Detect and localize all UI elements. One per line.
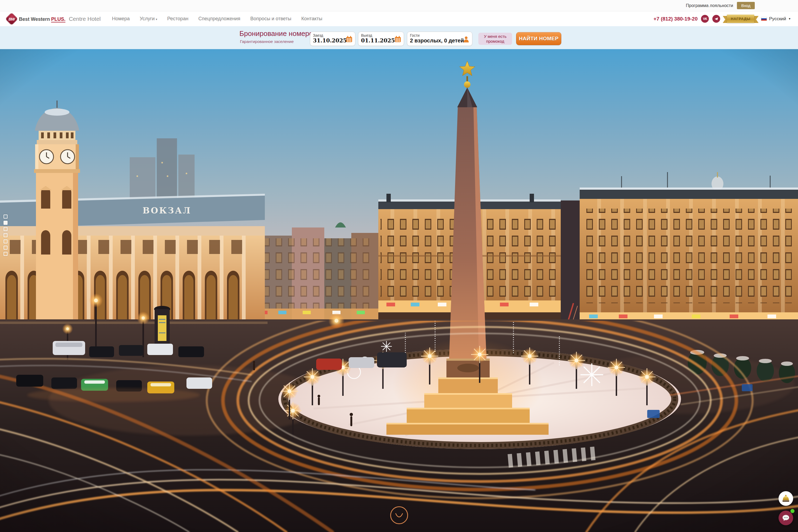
slide-dot-6[interactable] (3, 246, 7, 250)
telegram-icon[interactable] (712, 15, 720, 23)
checkout-date-field[interactable]: Выезд 01.11.2025 (358, 32, 404, 46)
speech-bubble-icon (782, 514, 790, 522)
find-room-button[interactable]: НАЙТИ НОМЕР (516, 32, 561, 45)
loyalty-program-link[interactable]: Программа лояльности (686, 3, 733, 8)
chat-button[interactable] (779, 511, 793, 525)
booking-subtitle: Гарантированное заселение (240, 39, 294, 44)
slide-dot-5[interactable] (3, 240, 7, 244)
language-selector[interactable]: Русский ▼ (761, 16, 791, 22)
slide-dot-4[interactable] (3, 233, 7, 237)
promo-code-button[interactable]: У меня есть промокод (478, 33, 512, 45)
bw-diamond-icon: BW (5, 12, 18, 25)
chevron-down-icon: ▾ (156, 18, 157, 21)
nav-faq[interactable]: Вопросы и ответы (250, 16, 291, 22)
hero-slider-nav (3, 214, 7, 256)
top-bar: Программа лояльности Вход (0, 0, 798, 11)
slide-dot-7[interactable] (3, 252, 7, 256)
booking-bar: Бронирование номеров Гарантированное зас… (0, 26, 798, 49)
header-right: +7 (812) 380-19-20 VK НАГРАДЫ Русский ▼ (653, 15, 791, 23)
nav-offers[interactable]: Спецпредложения (198, 16, 240, 22)
nav-contacts[interactable]: Контакты (301, 16, 322, 22)
guests-label: Гости (410, 34, 469, 37)
nav-rooms[interactable]: Номера (112, 16, 130, 22)
person-icon (463, 36, 470, 43)
slide-dot-1[interactable] (3, 214, 7, 218)
logo-plus: PLUS. (51, 17, 65, 22)
logo-text: Best Western PLUS. Centre Hotel (19, 16, 101, 22)
vk-icon[interactable]: VK (701, 15, 709, 23)
login-button[interactable]: Вход (737, 2, 755, 9)
russia-flag-icon (761, 17, 767, 21)
checkin-date-field[interactable]: Заезд 31.10.2025 (310, 32, 355, 46)
awards-badge[interactable]: НАГРАДЫ (727, 15, 754, 23)
booking-title: Бронирование номеров (240, 30, 317, 38)
slide-dot-3[interactable] (3, 227, 7, 231)
hotel-logo[interactable]: BW Best Western PLUS. Centre Hotel (7, 14, 101, 23)
concierge-bell-button[interactable] (779, 491, 793, 506)
nav-services[interactable]: Услуги▾ (140, 16, 157, 22)
hero-photo: ВОКЗАЛ (0, 49, 798, 532)
chevron-down-icon (393, 509, 405, 521)
logo-hotel-name: Centre Hotel (69, 16, 101, 22)
chevron-down-icon: ▼ (788, 17, 791, 20)
calendar-icon (346, 36, 353, 43)
calendar-icon (394, 36, 401, 43)
scroll-down-button[interactable] (390, 506, 408, 524)
site-header: BW Best Western PLUS. Centre Hotel Номер… (0, 11, 798, 26)
logo-brand: Best Western (19, 17, 50, 22)
phone-link[interactable]: +7 (812) 380-19-20 (653, 16, 698, 22)
slide-dot-2-active[interactable] (3, 221, 7, 225)
nav-restaurant[interactable]: Ресторан (167, 16, 188, 22)
main-nav: Номера Услуги▾ Ресторан Спецпредложения … (112, 16, 322, 22)
guests-value: 2 взрослых, 0 детей (410, 37, 469, 44)
chat-online-indicator (791, 509, 795, 513)
guests-field[interactable]: Гости 2 взрослых, 0 детей (407, 32, 472, 46)
service-bell-icon (781, 494, 791, 503)
